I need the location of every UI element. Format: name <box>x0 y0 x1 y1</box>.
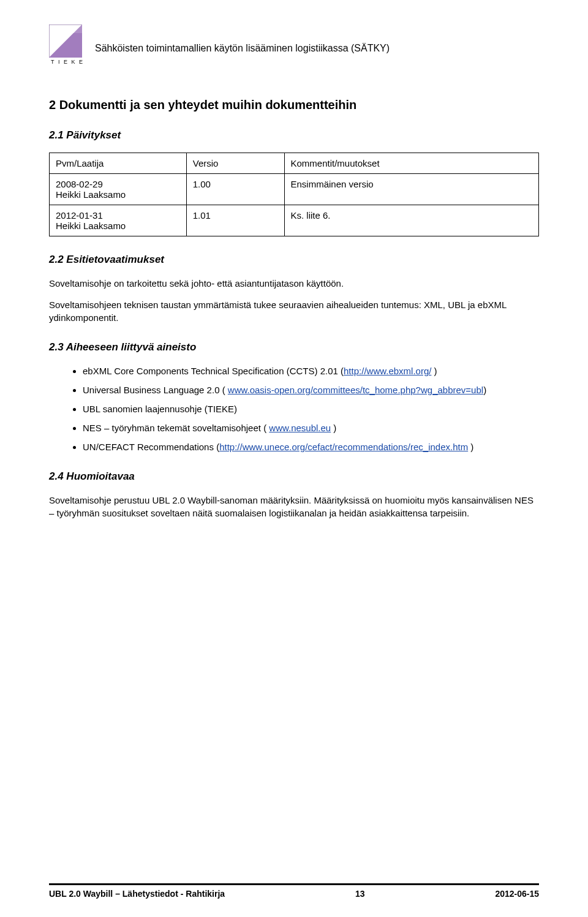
version-table: Pvm/Laatija Versio Kommentit/muutokset 2… <box>49 153 539 236</box>
list-text: UBL sanomien laajennusohje (TIEKE) <box>83 404 237 414</box>
list-item: ebXML Core Components Technical Specific… <box>83 364 539 377</box>
list-item: Universal Business Language 2.0 ( www.oa… <box>83 383 539 396</box>
footer-date: 2012-06-15 <box>495 889 539 899</box>
footer-left: UBL 2.0 Waybill – Lähetystiedot - Rahtik… <box>49 889 225 899</box>
cell-comments: Ks. liite 6. <box>284 205 538 236</box>
link-oasis-ubl[interactable]: www.oasis-open.org/committees/tc_home.ph… <box>228 385 483 395</box>
related-material-list: ebXML Core Components Technical Specific… <box>49 364 539 453</box>
list-item: NES – työryhmän tekemät soveltamisohjeet… <box>83 421 539 434</box>
link-nesubl[interactable]: www.nesubl.eu <box>269 423 331 433</box>
col-date-author: Pvm/Laatija <box>50 153 187 174</box>
logo-label: T I E K E <box>49 59 86 65</box>
list-text: ) <box>331 423 336 433</box>
col-version: Versio <box>186 153 284 174</box>
col-comments: Kommentit/muutokset <box>284 153 538 174</box>
list-text: Universal Business Language 2.0 ( <box>83 385 228 395</box>
paragraph: Soveltamisohje on tarkoitettu sekä johto… <box>49 277 539 290</box>
document-running-title: Sähköisten toimintamallien käytön lisääm… <box>95 25 390 54</box>
list-text: ) <box>483 385 486 395</box>
list-text: NES – työryhmän tekemät soveltamisohjeet… <box>83 423 269 433</box>
tieke-logo: T I E K E <box>49 25 86 67</box>
table-header-row: Pvm/Laatija Versio Kommentit/muutokset <box>50 153 539 174</box>
link-ebxml[interactable]: http://www.ebxml.org/ <box>344 366 431 376</box>
list-text: ) <box>431 366 437 376</box>
list-item: UBL sanomien laajennusohje (TIEKE) <box>83 402 539 415</box>
link-unece[interactable]: http://www.unece.org/cefact/recommendati… <box>219 442 468 452</box>
section-2-1-title: 2.1 Päivitykset <box>49 129 539 142</box>
section-2-2-title: 2.2 Esitietovaatimukset <box>49 254 539 266</box>
section-2-title: 2 Dokumentti ja sen yhteydet muihin doku… <box>49 98 539 112</box>
list-text: UN/CEFACT Recommendations ( <box>83 442 219 452</box>
page-footer: UBL 2.0 Waybill – Lähetystiedot - Rahtik… <box>49 883 539 899</box>
cell-version: 1.01 <box>186 205 284 236</box>
list-item: UN/CEFACT Recommendations (http://www.un… <box>83 440 539 453</box>
table-row: 2008-02-29 Heikki Laaksamo 1.00 Ensimmäi… <box>50 174 539 205</box>
section-2-3-title: 2.3 Aiheeseen liittyvä aineisto <box>49 341 539 353</box>
list-text: ebXML Core Components Technical Specific… <box>83 366 344 376</box>
table-row: 2012-01-31 Heikki Laaksamo 1.01 Ks. liit… <box>50 205 539 236</box>
cell-version: 1.00 <box>186 174 284 205</box>
cell-date-author: 2008-02-29 Heikki Laaksamo <box>50 174 187 205</box>
footer-page-number: 13 <box>355 889 365 899</box>
page-header: T I E K E Sähköisten toimintamallien käy… <box>49 25 539 67</box>
paragraph: Soveltamisohje perustuu UBL 2.0 Waybill-… <box>49 494 539 519</box>
list-text: ) <box>468 442 473 452</box>
cell-comments: Ensimmäinen versio <box>284 174 538 205</box>
paragraph: Soveltamisohjeen teknisen taustan ymmärt… <box>49 298 539 324</box>
cell-date-author: 2012-01-31 Heikki Laaksamo <box>50 205 187 236</box>
section-2-4-title: 2.4 Huomioitavaa <box>49 470 539 483</box>
